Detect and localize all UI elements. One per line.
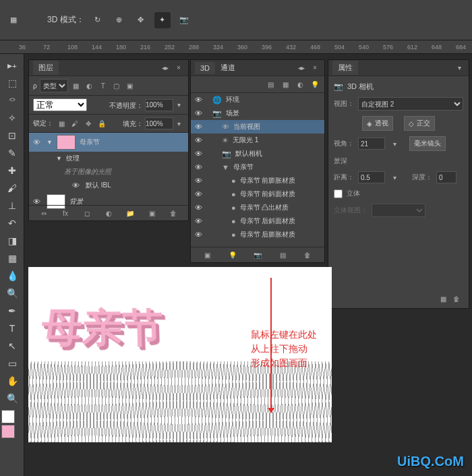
render-icon[interactable]: ▣ [202, 249, 213, 260]
layer-row[interactable]: ▼ 纹理 [29, 152, 188, 165]
lock-all-icon[interactable]: 🔒 [96, 118, 107, 129]
wand-tool[interactable]: ✧ [1, 109, 23, 127]
eye-icon[interactable]: 👁 [195, 177, 204, 185]
filter-type-select[interactable]: 类型 [40, 79, 68, 92]
light-icon[interactable]: 💡 [227, 249, 238, 260]
foreground-color[interactable] [1, 410, 15, 423]
eye-icon[interactable]: 👁 [195, 190, 204, 198]
blur-tool[interactable]: 💧 [1, 267, 23, 285]
camera-icon[interactable]: 📷 [252, 249, 263, 260]
render-settings-icon[interactable]: ▦ [438, 293, 449, 304]
dodge-tool[interactable]: 🔍 [1, 285, 23, 302]
3d-item[interactable]: 👁●母亲节 凸出材质 [191, 201, 324, 214]
new-layer-icon[interactable]: ▣ [146, 208, 157, 218]
3d-item[interactable]: 👁●母亲节 后斜面材质 [191, 214, 324, 228]
3d-item[interactable]: 👁📷默认相机 [191, 147, 324, 160]
depth-input[interactable] [436, 171, 456, 183]
3d-tab[interactable]: 3D [195, 62, 215, 74]
lens-button[interactable]: 毫米镜头 [409, 136, 446, 151]
eraser-tool[interactable]: ◨ [1, 232, 23, 249]
zoom-tool[interactable]: 🔍 [1, 390, 23, 407]
slide-icon[interactable]: ✦ [154, 12, 171, 28]
eyedropper-tool[interactable]: ✎ [1, 144, 23, 162]
channels-tab[interactable]: 通道 [215, 61, 241, 75]
3d-item[interactable]: 👁▼母亲节 [191, 160, 324, 174]
trash-icon[interactable]: 🗑 [451, 293, 462, 304]
3d-item[interactable]: 👁●母亲节 前斜面材质 [191, 187, 324, 201]
collapse-icon[interactable]: ◂▸ [296, 63, 307, 73]
mask-icon[interactable]: ◻ [82, 208, 92, 218]
panel-layout-icon[interactable]: ▦ [5, 12, 22, 28]
eye-icon[interactable]: 👁 [195, 217, 204, 225]
filter-adjust-icon[interactable]: ◐ [84, 80, 95, 91]
new-icon[interactable]: ▤ [277, 249, 288, 260]
eye-icon[interactable]: 👁 [195, 136, 204, 144]
3d-item[interactable]: 👁●母亲节 后膨胀材质 [191, 228, 324, 241]
link-icon[interactable]: ⇔ [38, 208, 49, 218]
roll-icon[interactable]: ⊕ [111, 12, 127, 28]
blend-mode-select[interactable]: 正常 [33, 98, 87, 111]
stereo-checkbox[interactable] [334, 189, 343, 198]
perspective-button[interactable]: ◈透视 [362, 116, 393, 131]
path-tool[interactable]: ↖ [1, 337, 23, 355]
distance-input[interactable] [358, 171, 385, 183]
view-select[interactable]: 自定视图 2 [358, 97, 463, 111]
lock-pixels-icon[interactable]: ▦ [56, 118, 67, 129]
eye-icon[interactable]: 👁 [195, 163, 204, 171]
eye-icon[interactable]: 👁 [33, 138, 42, 146]
pan-icon[interactable]: ✥ [133, 12, 149, 28]
filter-pixel-icon[interactable]: ▦ [71, 80, 82, 91]
brush-tool[interactable]: 🖌 [1, 179, 23, 197]
trash-icon[interactable]: 🗑 [302, 249, 313, 260]
3d-item[interactable]: 👁🌐环境 [191, 93, 324, 107]
3d-item[interactable]: 👁👁当前视图 [191, 120, 324, 133]
eye-icon[interactable]: 👁 [72, 181, 82, 189]
lasso-tool[interactable]: ⌔ [1, 92, 23, 109]
crop-tool[interactable]: ⊡ [1, 127, 23, 144]
canvas[interactable]: www.psahz.com 母亲节 鼠标左键在此处 从上往下拖动 形成如图画面 [28, 267, 332, 442]
properties-tab[interactable]: 属性 [332, 61, 358, 75]
history-brush-tool[interactable]: ↶ [1, 214, 23, 232]
eye-icon[interactable]: 👁 [195, 109, 204, 117]
eye-icon[interactable]: 👁 [195, 204, 204, 212]
folder-icon[interactable]: 📁 [125, 208, 136, 218]
move-tool[interactable]: ▸+ [1, 57, 23, 74]
shape-tool[interactable]: ▭ [1, 355, 23, 372]
filter-shape-icon[interactable]: ▢ [111, 80, 122, 91]
opacity-input[interactable] [145, 99, 173, 111]
close-icon[interactable]: × [309, 63, 320, 73]
filter-scene-icon[interactable]: ▤ [265, 79, 276, 90]
orbit-icon[interactable]: ↻ [90, 12, 106, 28]
heal-tool[interactable]: ✚ [1, 162, 23, 179]
background-color[interactable] [1, 425, 15, 438]
fx-icon[interactable]: fx [60, 208, 71, 218]
layer-row[interactable]: 👁 ▼ 母亲节 [29, 133, 188, 152]
stamp-tool[interactable]: ⊥ [1, 197, 23, 214]
marquee-tool[interactable]: ⬚ [1, 74, 23, 92]
3d-item[interactable]: 👁●母亲节 前膨胀材质 [191, 174, 324, 187]
eye-icon[interactable]: 👁 [195, 96, 204, 104]
camera-icon[interactable]: 📷 [176, 12, 192, 28]
filter-material-icon[interactable]: ◐ [295, 79, 305, 90]
collapse-icon[interactable]: ◂▸ [160, 63, 171, 73]
filter-mesh-icon[interactable]: ▦ [280, 79, 291, 90]
3d-item[interactable]: 👁☀无限光 1 [191, 133, 324, 147]
orthographic-button[interactable]: ◇正交 [404, 116, 435, 131]
trash-icon[interactable]: 🗑 [168, 208, 179, 218]
hand-tool[interactable]: ✋ [1, 372, 23, 390]
pen-tool[interactable]: ✒ [1, 302, 23, 320]
gradient-tool[interactable]: ▦ [1, 249, 23, 267]
fov-input[interactable] [358, 138, 385, 150]
lock-brush-icon[interactable]: 🖌 [69, 118, 80, 129]
eye-icon[interactable]: 👁 [195, 150, 204, 158]
adjustment-icon[interactable]: ◐ [103, 208, 114, 218]
eye-icon[interactable]: 👁 [195, 123, 204, 131]
menu-icon[interactable]: ▾ [454, 63, 465, 73]
layer-row[interactable]: 基于图像的光照 [29, 165, 188, 179]
eye-icon[interactable]: 👁 [195, 231, 204, 239]
filter-smart-icon[interactable]: ▣ [125, 80, 136, 91]
lock-move-icon[interactable]: ✥ [83, 118, 94, 129]
close-icon[interactable]: × [173, 63, 184, 73]
layer-row[interactable]: 👁 默认 IBL [29, 179, 188, 192]
filter-light-icon[interactable]: 💡 [309, 79, 320, 90]
